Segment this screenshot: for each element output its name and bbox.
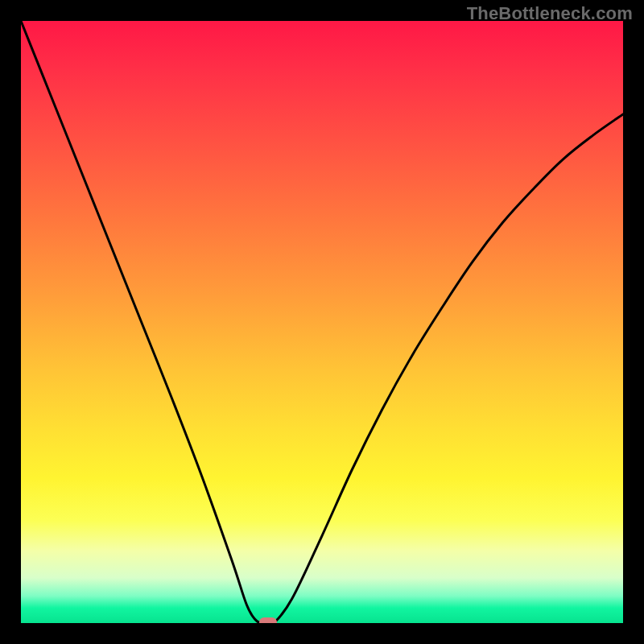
plot-area — [21, 21, 623, 623]
minimum-marker — [259, 617, 277, 624]
chart-frame: TheBottleneck.com — [0, 0, 644, 644]
bottleneck-curve-path — [21, 21, 623, 623]
curve-svg — [21, 21, 623, 623]
